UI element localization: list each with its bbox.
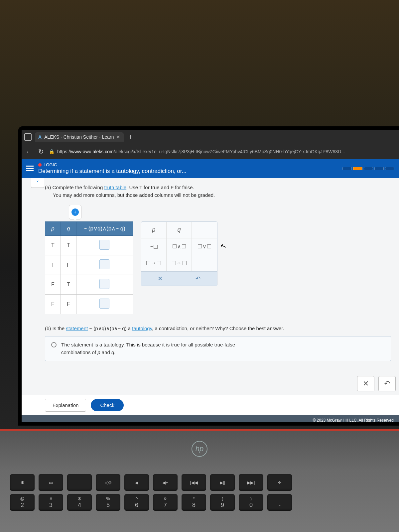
answer-cell[interactable] [99,240,109,250]
answer-option[interactable]: The statement is a tautology. This is be… [45,336,391,361]
truth-table: p q ~ (p∨q)∧(p∧~ q) TT TF FT FF [45,221,133,314]
tautology-link[interactable]: tautology [132,326,152,331]
tab-favicon: A [38,134,42,140]
part-b: (b) Is the statement ~ (p∨q)∧(p∧~ q) a t… [45,326,391,361]
num-key[interactable]: )0 [239,494,263,511]
palette-p[interactable]: p [141,222,167,238]
fn-key[interactable]: ▶▶| [239,474,263,491]
browser-toolbar: ← ↻ 🔒 https://www-awu.aleks.com/alekscgi… [22,144,399,159]
answer-cell[interactable] [99,279,109,289]
col-header-q: q [61,222,76,236]
num-key[interactable]: #3 [39,494,63,511]
fn-key[interactable]: ◁⊘ [96,474,120,491]
statement-link[interactable]: statement [66,326,88,331]
palette-q[interactable]: q [167,222,192,238]
answer-text: The statement is a tautology. This is be… [61,341,235,356]
cell-q: F [61,255,76,275]
cell-q: T [61,275,76,295]
num-key[interactable]: *8 [182,494,206,511]
answer-cell[interactable] [99,259,109,269]
num-key[interactable]: (9 [210,494,235,511]
add-column-button[interactable]: + [69,205,81,219]
status-dot-icon [38,163,42,167]
topic-header: LOGIC Determining if a statement is a ta… [22,159,399,178]
num-key[interactable]: %5 [96,494,120,511]
section-collapse-toggle[interactable]: ˅ [31,178,44,188]
fn-key[interactable]: ◀+ [153,474,178,491]
fn-key[interactable]: |◀◀ [182,474,206,491]
plus-icon: + [71,208,79,216]
function-key-row: ✱ ▭ ◁⊘ ◀ ◀+ |◀◀ ▶|| ▶▶| ✈ [10,474,399,491]
cell-p: F [45,275,61,295]
palette-or[interactable]: ∨ [192,238,217,255]
cell-q: F [61,295,76,314]
back-button[interactable]: ← [25,148,33,156]
cursor-icon: ↖ [219,241,228,251]
new-tab-button[interactable]: + [127,133,134,141]
address-bar[interactable]: 🔒 https://www-awu.aleks.com/alekscgi/x/I… [49,149,396,154]
tab-overview-icon[interactable] [24,133,32,141]
explanation-button[interactable]: Explanation [45,399,86,412]
menu-icon[interactable] [26,166,34,171]
progress-indicator [342,167,394,170]
palette-close-button[interactable]: ✕ [141,272,180,286]
action-footer: Explanation Check [22,395,399,415]
palette-not[interactable]: ~ [141,238,167,255]
num-key[interactable]: $4 [67,494,92,511]
fn-key[interactable]: ▭ [39,474,63,491]
num-key[interactable]: @2 [10,494,35,511]
number-key-row: @2 #3 $4 %5 ^6 &7 *8 (9 )0 _- [10,494,399,511]
cell-p: F [45,295,61,314]
browser-tab[interactable]: A ALEKS - Christian Seither - Learn ✕ [35,132,124,142]
palette-undo-button[interactable]: ↶ [179,272,217,286]
tab-close-icon[interactable]: ✕ [116,134,120,140]
palette-and[interactable]: ∧ [167,238,192,255]
topic-category: LOGIC [44,162,57,167]
copyright-bar: © 2023 McGraw Hill LLC. All Rights Reser… [22,415,399,422]
palette-conditional[interactable]: → [141,255,167,271]
truth-table-link[interactable]: truth table [104,185,126,190]
num-key[interactable]: ^6 [124,494,149,511]
tab-title: ALEKS - Christian Seither - Learn [44,134,114,140]
col-header-expression: ~ (p∨q)∧(p∧~ q) [76,222,133,236]
part-a-instruction: (a) Complete the following truth table. … [45,184,391,199]
num-key[interactable]: _- [267,494,292,511]
fn-key[interactable]: ✱ [10,474,35,491]
browser-tab-bar: A ALEKS - Christian Seither - Learn ✕ + [22,130,399,144]
refresh-button[interactable]: ↻ [37,148,45,156]
fn-key[interactable] [67,474,92,491]
col-header-p: p [45,222,61,236]
cell-p: T [45,255,61,275]
cell-p: T [45,236,61,255]
radio-icon[interactable] [51,342,57,347]
topic-title: Determining if a statement is a tautolog… [38,168,187,175]
fn-key[interactable]: ✈ [267,474,292,491]
url-domain: www-awu.aleks.com [71,149,114,154]
fn-key[interactable]: ◀ [124,474,149,491]
answer-cell[interactable] [99,299,109,309]
clear-button[interactable]: ✕ [357,376,374,391]
question-content: ˅ (a) Complete the following truth table… [22,178,399,395]
palette-biconditional[interactable]: ↔ [167,255,192,271]
fn-key[interactable]: ▶|| [210,474,235,491]
laptop-deck: hp ✱ ▭ ◁⊘ ◀ ◀+ |◀◀ ▶|| ▶▶| ✈ @2 #3 $4 %5… [0,429,399,532]
check-button[interactable]: Check [91,399,124,411]
symbol-palette: p q ~ ∧ ∨ → ↔ ✕ [141,221,217,286]
num-key[interactable]: &7 [153,494,178,511]
hp-logo-icon: hp [192,441,207,457]
cell-q: T [61,236,76,255]
lock-icon: 🔒 [49,149,55,154]
reset-button[interactable]: ↶ [378,376,396,391]
url-path: /alekscgi/x/Isl.exe/1o_u-IgNslkr7j8P3jH-… [114,149,345,154]
